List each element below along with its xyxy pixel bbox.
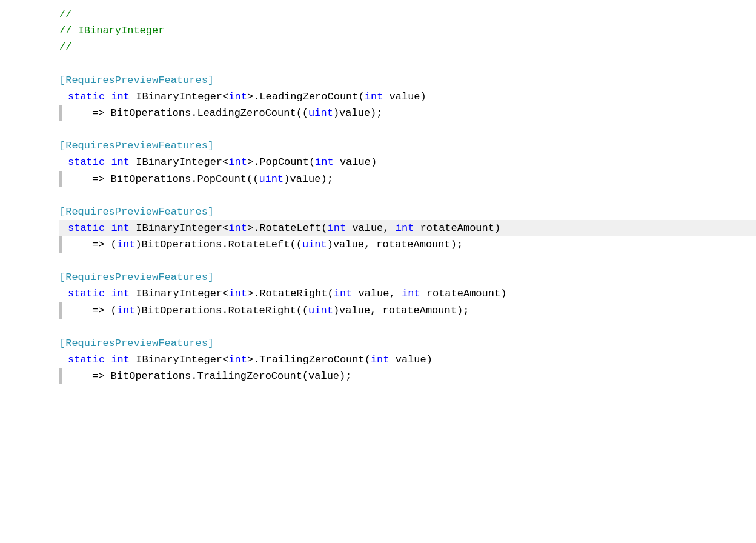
empty-line — [59, 56, 756, 72]
code-segment: int — [228, 220, 247, 236]
code-text: )value, rotateAmount); — [333, 302, 469, 319]
code-segment: >.RotateLeft( — [247, 220, 328, 236]
code-line: => BitOperations.TrailingZeroCount(value… — [59, 368, 756, 384]
empty-line — [59, 187, 756, 204]
attribute-text: [RequiresPreviewFeatures] — [59, 335, 214, 351]
empty-line — [59, 319, 756, 335]
code-segment: value) — [383, 88, 426, 105]
indent-bar — [59, 302, 62, 319]
code-segment: rotateAmount) — [420, 285, 507, 302]
code-segment: int — [111, 154, 130, 170]
code-segment: value, — [352, 285, 402, 302]
code-segment: int — [365, 88, 383, 105]
code-segment: int — [402, 285, 420, 302]
keyword-text: int — [117, 302, 136, 319]
code-segment: int — [334, 285, 353, 302]
code-area[interactable]: //// IBinaryInteger//[RequiresPreviewFea… — [41, 0, 756, 543]
keyword-text: uint — [259, 171, 284, 187]
code-segment: IBinaryInteger< — [130, 351, 228, 368]
code-segment: >.LeadingZeroCount( — [247, 88, 365, 105]
keyword-text: uint — [308, 302, 333, 319]
code-segment: int — [396, 220, 414, 236]
code-text: => ( — [92, 302, 117, 319]
code-line: => (int)BitOperations.RotateRight((uint)… — [59, 302, 756, 319]
code-segment: int — [111, 220, 130, 236]
code-segment: >.PopCount( — [247, 154, 315, 170]
code-line: static int IBinaryInteger<int>.LeadingZe… — [59, 88, 756, 105]
code-segment: value) — [334, 154, 377, 170]
code-segment: rotateAmount) — [414, 220, 500, 236]
attribute-text: [RequiresPreviewFeatures] — [59, 269, 214, 285]
empty-line — [59, 253, 756, 269]
code-segment: int — [228, 88, 247, 105]
empty-line — [59, 121, 756, 138]
code-segment: static — [68, 351, 105, 368]
indent-bar — [59, 105, 62, 121]
code-segment: int — [228, 351, 247, 368]
code-line: [RequiresPreviewFeatures] — [59, 335, 756, 351]
code-segment: static — [68, 88, 105, 105]
keyword-text: uint — [308, 105, 333, 121]
code-segment: value, — [346, 220, 396, 236]
code-segment — [105, 88, 111, 105]
code-text: )value, rotateAmount); — [327, 236, 463, 253]
code-segment — [105, 285, 111, 302]
code-line: => (int)BitOperations.RotateLeft((uint)v… — [59, 236, 756, 253]
code-text: => BitOperations.PopCount(( — [92, 171, 259, 187]
code-editor: //// IBinaryInteger//[RequiresPreviewFea… — [0, 0, 756, 543]
code-text: )BitOperations.RotateLeft(( — [135, 236, 302, 253]
comment-text: // — [59, 39, 71, 55]
code-text: )value); — [333, 105, 383, 121]
code-line: => BitOperations.PopCount((uint)value); — [59, 171, 756, 187]
code-text: )value); — [284, 171, 333, 187]
code-segment: IBinaryInteger< — [130, 285, 228, 302]
code-segment: >.RotateRight( — [247, 285, 334, 302]
code-line: [RequiresPreviewFeatures] — [59, 72, 756, 88]
code-text: )BitOperations.RotateRight(( — [135, 302, 308, 319]
code-segment: value) — [390, 351, 433, 368]
code-text: => ( — [92, 236, 117, 253]
code-line: static int IBinaryInteger<int>.RotateRig… — [59, 285, 756, 302]
code-text: => BitOperations.LeadingZeroCount(( — [92, 105, 308, 121]
code-segment: int — [228, 285, 247, 302]
code-segment: int — [111, 351, 130, 368]
comment-text: // — [59, 6, 71, 22]
attribute-text: [RequiresPreviewFeatures] — [59, 204, 214, 220]
code-line: [RequiresPreviewFeatures] — [59, 138, 756, 154]
code-line: => BitOperations.LeadingZeroCount((uint)… — [59, 105, 756, 121]
attribute-text: [RequiresPreviewFeatures] — [59, 72, 214, 88]
code-segment — [105, 220, 111, 236]
code-segment: IBinaryInteger< — [130, 154, 228, 170]
attribute-text: [RequiresPreviewFeatures] — [59, 138, 214, 154]
code-text: => BitOperations.TrailingZeroCount(value… — [92, 368, 351, 384]
code-segment: IBinaryInteger< — [130, 88, 228, 105]
code-segment: >.TrailingZeroCount( — [247, 351, 371, 368]
code-line: static int IBinaryInteger<int>.RotateLef… — [59, 220, 756, 236]
code-line: static int IBinaryInteger<int>.TrailingZ… — [59, 351, 756, 368]
keyword-text: int — [117, 236, 136, 253]
code-segment — [105, 154, 111, 170]
code-segment: int — [111, 88, 130, 105]
code-segment: int — [371, 351, 390, 368]
code-line: [RequiresPreviewFeatures] — [59, 269, 756, 285]
code-segment: int — [315, 154, 334, 170]
code-line: [RequiresPreviewFeatures] — [59, 204, 756, 220]
code-segment: int — [111, 285, 130, 302]
code-line: // — [59, 39, 756, 55]
keyword-text: uint — [302, 236, 327, 253]
code-segment: int — [228, 154, 247, 170]
code-line: static int IBinaryInteger<int>.PopCount(… — [59, 154, 756, 170]
indent-bar — [59, 236, 62, 253]
code-segment: static — [68, 220, 105, 236]
code-line: // IBinaryInteger — [59, 22, 756, 39]
comment-text: // IBinaryInteger — [59, 22, 164, 39]
code-line: // — [59, 6, 756, 22]
code-segment: int — [328, 220, 346, 236]
code-segment: IBinaryInteger< — [130, 220, 228, 236]
code-segment: static — [68, 285, 105, 302]
code-segment: static — [68, 154, 105, 170]
code-segment — [105, 351, 111, 368]
indent-bar — [59, 171, 62, 187]
editor-gutter — [0, 0, 41, 543]
indent-bar — [59, 368, 62, 384]
